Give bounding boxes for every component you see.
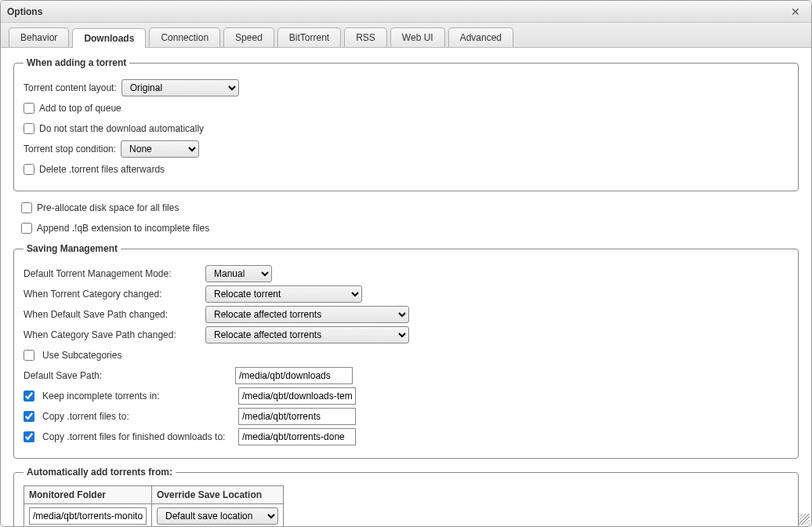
copy-finished-label: Copy .torrent files for finished downloa… (42, 431, 230, 442)
cat-changed-label: When Torrent Category changed: (24, 289, 198, 300)
adding-legend: When adding a torrent (24, 57, 129, 68)
monitor-folder-input-1[interactable] (29, 507, 147, 525)
mgmt-mode-select[interactable]: Manual (205, 265, 272, 282)
table-header-row: Monitored Folder Override Save Location (24, 486, 284, 504)
default-save-path-input[interactable] (235, 367, 353, 384)
stop-cond-select[interactable]: None (121, 140, 199, 158)
saving-legend: Saving Management (24, 243, 121, 254)
default-save-path-label: Default Save Path: (24, 370, 227, 381)
copy-finished-checkbox[interactable] (24, 431, 34, 442)
incomplete-path-input[interactable] (238, 387, 356, 405)
append-qb-label: Append .!qB extension to incomplete file… (37, 223, 209, 234)
copy-torrent-label: Copy .torrent files to: (42, 411, 230, 422)
auto-add-group: Automatically add torrents from: Monitor… (13, 467, 799, 526)
content-layout-select[interactable]: Original (121, 79, 239, 96)
mgmt-mode-label: Default Torrent Management Mode: (24, 268, 198, 279)
preallocate-checkbox[interactable] (21, 202, 32, 213)
tab-rss[interactable]: RSS (344, 27, 387, 47)
use-subcat-checkbox[interactable] (24, 350, 34, 361)
table-row: Default save location (24, 504, 284, 527)
cat-path-changed-label: When Category Save Path changed: (24, 329, 198, 340)
tab-downloads[interactable]: Downloads (72, 28, 146, 48)
tab-connection[interactable]: Connection (149, 27, 220, 47)
cat-path-changed-select[interactable]: Relocate affected torrents (205, 326, 409, 343)
dont-start-checkbox[interactable] (24, 123, 34, 134)
monitor-override-select-1[interactable]: Default save location (157, 507, 278, 525)
delete-torrent-checkbox[interactable] (24, 164, 34, 175)
tab-webui[interactable]: Web UI (390, 27, 445, 47)
copy-finished-path-input[interactable] (238, 428, 356, 445)
resize-grip-icon[interactable] (799, 514, 810, 525)
copy-torrent-path-input[interactable] (238, 408, 356, 425)
add-top-checkbox[interactable] (24, 103, 34, 114)
tab-bar: Behavior Downloads Connection Speed BitT… (1, 23, 811, 48)
content-area: When adding a torrent Torrent content la… (1, 48, 811, 526)
preallocate-label: Pre-allocate disk space for all files (37, 202, 179, 213)
adding-torrent-group: When adding a torrent Torrent content la… (13, 57, 799, 191)
dont-start-label: Do not start the download automatically (39, 123, 204, 134)
col-monitored-folder: Monitored Folder (24, 486, 152, 504)
add-top-label: Add to top of queue (39, 103, 121, 114)
def-path-changed-select[interactable]: Relocate affected torrents (205, 306, 409, 323)
use-subcat-label: Use Subcategories (42, 350, 121, 361)
window-title: Options (7, 6, 786, 17)
auto-add-legend: Automatically add torrents from: (24, 467, 176, 478)
append-qb-checkbox[interactable] (21, 223, 32, 234)
monitor-table: Monitored Folder Override Save Location … (24, 485, 284, 526)
tab-speed[interactable]: Speed (223, 27, 274, 47)
options-dialog: Options ✕ Behavior Downloads Connection … (0, 0, 812, 527)
stop-cond-label: Torrent stop condition: (24, 144, 116, 154)
def-path-changed-label: When Default Save Path changed: (24, 309, 198, 320)
delete-torrent-label: Delete .torrent files afterwards (39, 164, 165, 175)
incomplete-checkbox[interactable] (24, 391, 34, 402)
tab-bittorrent[interactable]: BitTorrent (277, 27, 341, 47)
saving-management-group: Saving Management Default Torrent Manage… (13, 243, 799, 459)
tab-advanced[interactable]: Advanced (448, 27, 513, 47)
titlebar: Options ✕ (1, 1, 811, 23)
incomplete-label: Keep incomplete torrents in: (42, 391, 230, 402)
copy-torrent-checkbox[interactable] (24, 411, 34, 422)
col-override-location: Override Save Location (152, 486, 284, 504)
cat-changed-select[interactable]: Relocate torrent (205, 285, 362, 303)
close-icon[interactable]: ✕ (786, 4, 805, 20)
tab-behavior[interactable]: Behavior (9, 27, 69, 47)
content-layout-label: Torrent content layout: (24, 82, 117, 93)
